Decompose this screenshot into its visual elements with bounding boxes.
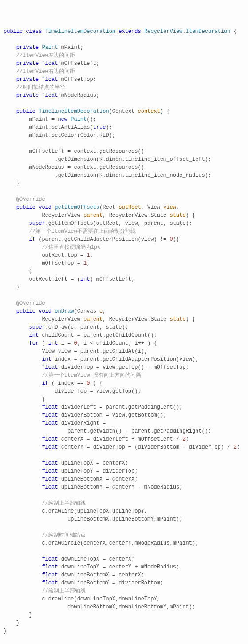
code: dividerRight =	[58, 420, 106, 426]
num: 2	[234, 444, 237, 450]
field: left	[55, 276, 67, 282]
code: i =	[58, 340, 74, 346]
code: .getDimension(R.dimen.	[55, 172, 125, 179]
code: .getItemOffsets(outRect, view, parent, s…	[45, 220, 192, 227]
kw: float	[42, 580, 58, 586]
kw: public	[16, 108, 35, 115]
kw: float	[42, 364, 58, 370]
code: .onDraw(c, parent, state);	[45, 324, 128, 330]
kw: private float	[16, 76, 58, 83]
code: ) mOffsetLeft;	[90, 276, 134, 282]
field: top	[67, 252, 77, 258]
code: dividerLeft = parent.getPaddingLeft();	[58, 404, 182, 410]
code: );	[205, 172, 211, 179]
code: mOffsetLeft = context.getResources()	[29, 148, 144, 155]
code: downLineBottomY = dividerBottom;	[58, 580, 163, 586]
brace: }	[42, 396, 45, 402]
code: RecyclerView	[42, 316, 80, 322]
code: (Rect	[99, 204, 115, 211]
kw: float	[42, 572, 58, 578]
code: =	[77, 252, 87, 258]
kw: float	[42, 404, 58, 410]
constructor: TimelineItemDecoration	[39, 108, 109, 115]
brace: {	[230, 28, 236, 35]
kw: super	[29, 220, 45, 227]
dot: .	[182, 28, 185, 35]
code: , RecyclerView.State	[102, 316, 166, 322]
kw: super	[29, 324, 45, 330]
annotation: @Override	[16, 300, 45, 306]
code: (Canvas	[74, 308, 96, 314]
const: RED	[99, 132, 109, 139]
kw: public void	[16, 308, 51, 314]
code: upLineTopY = dividerTop;	[58, 468, 138, 474]
code: centerX = dividerLeft + mOffsetLeft /	[58, 436, 182, 442]
kw: float	[42, 476, 58, 482]
comment: //这里直接硬编码为1px	[42, 244, 100, 250]
code: outRect.	[29, 276, 55, 282]
code: );	[205, 156, 211, 163]
type: ItemDecoration	[186, 28, 231, 35]
num: 2	[182, 436, 185, 442]
code: index = parent.getChildAdapterPosition(v…	[51, 356, 198, 362]
kw: if	[29, 236, 35, 242]
code: upLineBottomX = centerX;	[58, 476, 138, 482]
brace: }	[29, 268, 32, 274]
brace: }	[16, 180, 20, 187]
code: mPaint.setColor(Color.	[29, 132, 99, 139]
kw: for	[29, 340, 39, 346]
code: downLineBottomX = centerX;	[58, 572, 144, 578]
kw: public class	[4, 28, 42, 35]
code: , View	[141, 204, 160, 211]
code: , RecyclerView.State	[102, 212, 166, 219]
code: c.drawCircle(centerX,centerY,mNodeRadius…	[42, 540, 198, 546]
code: centerY = dividerTop + (dividerBottom - …	[58, 444, 233, 450]
code: RecyclerView	[42, 212, 80, 219]
param: view	[163, 204, 176, 211]
code: mOffsetTop =	[42, 260, 83, 266]
code: );	[106, 124, 112, 131]
kw: public void	[16, 204, 51, 211]
kw: float	[42, 556, 58, 562]
comment: //ItemView右边的间距	[16, 68, 75, 75]
brace: }	[4, 628, 7, 634]
code: ) {	[90, 380, 102, 386]
field: mOffsetTop;	[58, 76, 96, 83]
code: ( index ==	[48, 380, 87, 386]
param: context	[138, 108, 160, 115]
code: upLineTopX = centerX;	[58, 460, 128, 466]
code: upLineBottomX,upLineBottomY,mPaint);	[67, 516, 182, 522]
param: state	[170, 316, 186, 322]
brace: }	[16, 620, 20, 626]
kw: float	[42, 564, 58, 570]
kw: new	[58, 116, 67, 123]
code: mNodeRadius = context.getResources()	[29, 164, 144, 171]
code: ; i < childCount; i++ ) {	[77, 340, 157, 346]
kw: private float	[16, 60, 58, 67]
code: ;	[87, 260, 90, 266]
kw: if	[42, 380, 48, 386]
code: ();	[87, 116, 96, 123]
code: downLineTopX = centerX;	[58, 556, 134, 562]
param: state	[170, 212, 186, 219]
kw: true	[93, 124, 106, 131]
comment: //ItemView左边的间距	[16, 52, 75, 59]
code: c.drawLine(downLineTopX,downLineTopY,	[42, 596, 160, 602]
code: ) {	[186, 212, 196, 219]
paren: ) {	[160, 108, 170, 115]
kw: float	[42, 484, 58, 490]
kw: float	[42, 444, 58, 450]
field: mPaint;	[58, 44, 83, 51]
brace: }	[16, 284, 20, 290]
class-name: TimelineItemDecoration	[45, 28, 115, 35]
type: Paint	[71, 116, 87, 123]
code: ,	[102, 308, 106, 314]
kw: float	[42, 468, 58, 474]
code: (	[39, 340, 48, 346]
brace: }	[29, 612, 32, 618]
comment: //绘制上半部轴线	[42, 500, 85, 506]
code: c.drawLine(upLineTopX,upLineTopY,	[42, 508, 147, 514]
kw: extends	[118, 28, 141, 35]
type: Paint	[42, 44, 58, 51]
param: parent	[83, 316, 102, 322]
